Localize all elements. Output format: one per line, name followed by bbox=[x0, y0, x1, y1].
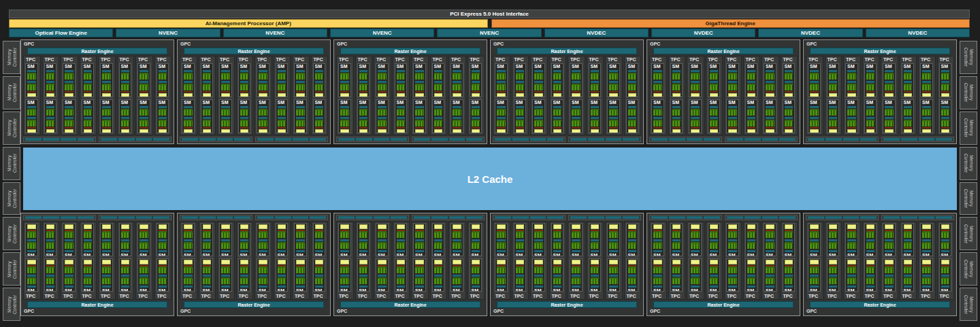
tpc-block: SMSMTPC bbox=[117, 222, 135, 300]
teal-bar bbox=[904, 70, 913, 72]
divider-strip bbox=[672, 127, 681, 128]
sm-label: SM bbox=[728, 64, 737, 69]
sm-label: SM bbox=[203, 100, 212, 105]
core-block bbox=[203, 231, 212, 238]
sm-label: SM bbox=[221, 100, 230, 105]
yellow-bar bbox=[941, 93, 950, 97]
core-block bbox=[397, 231, 406, 238]
core-block bbox=[516, 231, 525, 238]
sm-block: SM bbox=[551, 258, 564, 292]
core-block bbox=[159, 277, 167, 284]
core-block bbox=[397, 73, 406, 80]
divider-strip bbox=[710, 91, 719, 92]
tpc-label: TPC bbox=[394, 293, 408, 299]
sm-label: SM bbox=[653, 253, 662, 256]
core-block bbox=[140, 231, 148, 238]
teal-bar bbox=[259, 286, 267, 288]
yellow-bar bbox=[140, 260, 148, 264]
sm-label: SM bbox=[46, 253, 55, 256]
teal-bar bbox=[397, 239, 406, 241]
teal-bar bbox=[534, 250, 543, 252]
teal-bar bbox=[866, 117, 875, 119]
sm-label: SM bbox=[472, 64, 480, 69]
tpc-block: TPCSMSM bbox=[135, 56, 153, 135]
yellow-bar bbox=[710, 260, 719, 264]
sm-block: SM bbox=[920, 223, 933, 256]
core-block bbox=[415, 109, 424, 116]
core-block bbox=[609, 277, 618, 284]
teal-bar bbox=[904, 106, 913, 108]
core-block bbox=[747, 242, 756, 249]
core-block bbox=[184, 242, 193, 249]
core-block bbox=[609, 84, 618, 90]
sm-block: SM bbox=[395, 223, 408, 256]
sm-label: SM bbox=[259, 253, 267, 256]
tpc-row: TPCSMSMTPCSMSMTPCSMSMTPCSMSMTPCSMSMTPCSM… bbox=[336, 56, 485, 135]
yellow-bar bbox=[904, 93, 913, 97]
sm-block: SM bbox=[63, 258, 76, 292]
yellow-bar bbox=[296, 260, 305, 264]
tpc-cluster-bus-row bbox=[336, 137, 485, 142]
core-block bbox=[472, 120, 480, 126]
yellow-bar bbox=[65, 224, 74, 229]
tpc-row: TPCSMSMTPCSMSMTPCSMSMTPCSMSMTPCSMSMTPCSM… bbox=[23, 56, 172, 135]
tpc-label: TPC bbox=[882, 293, 896, 299]
core-block bbox=[259, 266, 267, 273]
yellow-bar bbox=[653, 129, 662, 133]
tpc-cluster-bus-row bbox=[649, 215, 798, 220]
tpc-block: SMSMTPC bbox=[180, 222, 197, 300]
bus-panel bbox=[725, 215, 798, 220]
teal-bar bbox=[140, 250, 148, 252]
core-block bbox=[203, 84, 212, 90]
bus-segment bbox=[762, 138, 779, 141]
core-block bbox=[728, 242, 737, 249]
sm-label: SM bbox=[572, 253, 581, 256]
teal-bar bbox=[885, 286, 894, 288]
teal-bar bbox=[810, 81, 819, 83]
sm-block: SM bbox=[82, 223, 95, 256]
core-block bbox=[102, 277, 111, 284]
sm-block: SM bbox=[257, 99, 270, 133]
core-block bbox=[829, 73, 838, 80]
tpc-block: TPCSMSM bbox=[355, 56, 373, 135]
tpc-label: TPC bbox=[651, 293, 665, 299]
tpc-block: SMSMTPC bbox=[881, 222, 898, 300]
teal-bar bbox=[591, 286, 600, 288]
divider-strip bbox=[516, 91, 525, 92]
core-block bbox=[121, 231, 130, 238]
teal-bar bbox=[472, 70, 480, 72]
yellow-bar bbox=[453, 260, 461, 264]
core-block bbox=[672, 73, 681, 80]
core-block bbox=[810, 84, 819, 90]
bus-segment bbox=[901, 138, 917, 141]
teal-bar bbox=[609, 117, 618, 119]
yellow-bar bbox=[259, 260, 267, 264]
yellow-bar bbox=[785, 93, 794, 97]
core-block bbox=[904, 242, 913, 249]
sm-label: SM bbox=[221, 253, 230, 256]
divider-strip bbox=[628, 91, 637, 92]
core-block bbox=[516, 277, 525, 284]
core-block bbox=[221, 109, 230, 116]
tpc-label: TPC bbox=[494, 293, 508, 299]
yellow-bar bbox=[847, 129, 856, 133]
tpc-label: TPC bbox=[44, 293, 58, 299]
core-block bbox=[747, 120, 756, 126]
teal-bar bbox=[296, 286, 305, 288]
core-block bbox=[415, 73, 424, 80]
teal-bar bbox=[203, 117, 212, 119]
yellow-bar bbox=[378, 129, 387, 133]
sm-block: SM bbox=[589, 99, 602, 133]
tpc-label: TPC bbox=[450, 56, 464, 63]
teal-bar bbox=[628, 117, 637, 119]
teal-bar bbox=[553, 117, 562, 119]
yellow-bar bbox=[653, 260, 662, 264]
gpc-label: GPC bbox=[180, 309, 328, 314]
yellow-bar bbox=[278, 93, 287, 97]
divider-strip bbox=[340, 91, 349, 92]
teal-bar bbox=[46, 70, 55, 72]
teal-bar bbox=[121, 81, 130, 83]
teal-bar bbox=[434, 250, 443, 252]
tpc-block: TPCSMSM bbox=[23, 56, 41, 135]
sm-block: SM bbox=[808, 258, 821, 292]
